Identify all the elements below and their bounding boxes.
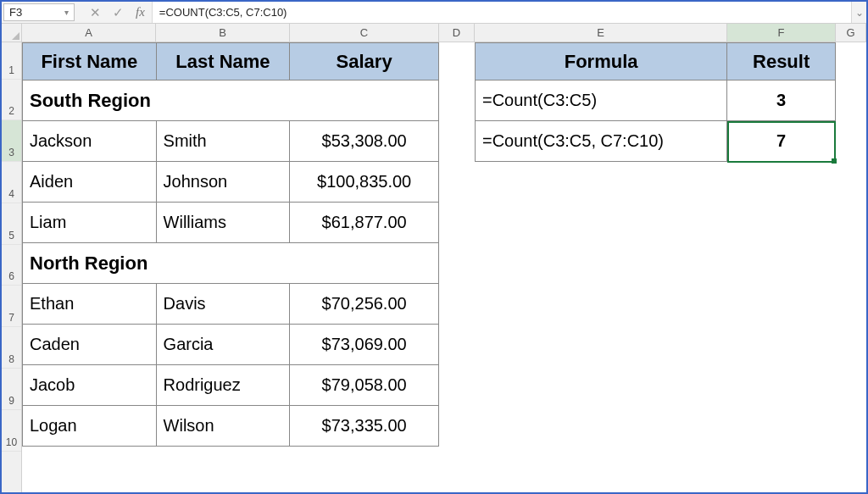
cell-salary[interactable]: $70,256.00 bbox=[290, 284, 439, 325]
column-header-g[interactable]: G bbox=[836, 24, 866, 42]
cell-first-name[interactable]: Jacob bbox=[23, 365, 157, 406]
cell-last-name[interactable]: Davis bbox=[156, 284, 290, 325]
row-header-5[interactable]: 5 bbox=[2, 203, 21, 245]
name-box-value: F3 bbox=[9, 6, 22, 19]
header-formula[interactable]: Formula bbox=[476, 43, 727, 80]
cells-area[interactable]: First Name Last Name Salary South Region… bbox=[22, 42, 866, 492]
cell-salary[interactable]: $79,058.00 bbox=[290, 365, 439, 406]
formula-bar: F3 ▾ ✕ ✓ fx =COUNT(C3:C5, C7:C10) ⌄ bbox=[2, 2, 866, 24]
cell-first-name[interactable]: Jackson bbox=[23, 121, 157, 162]
spreadsheet-grid: A B C D E F G 12345678910 First Name Las… bbox=[2, 24, 866, 492]
expand-formula-bar-icon[interactable]: ⌄ bbox=[851, 2, 866, 23]
row-header-6[interactable]: 6 bbox=[2, 245, 21, 286]
region-south-label[interactable]: South Region bbox=[23, 80, 439, 121]
cell-salary[interactable]: $73,335.00 bbox=[290, 406, 439, 447]
row-header-9[interactable]: 9 bbox=[2, 369, 21, 410]
cell-result[interactable]: 7 bbox=[727, 121, 836, 162]
fx-icon[interactable]: fx bbox=[136, 6, 145, 19]
cell-salary[interactable]: $53,308.00 bbox=[290, 121, 439, 162]
cancel-icon[interactable]: ✕ bbox=[90, 6, 101, 19]
cell-formula[interactable]: =Count(C3:C5) bbox=[476, 80, 727, 121]
chevron-down-icon[interactable]: ▾ bbox=[64, 8, 69, 17]
table-row: Ethan Davis $70,256.00 bbox=[23, 284, 439, 325]
cell-first-name[interactable]: Logan bbox=[23, 406, 157, 447]
column-header-d[interactable]: D bbox=[439, 24, 475, 42]
column-header-c[interactable]: C bbox=[290, 24, 439, 42]
formula-input[interactable]: =COUNT(C3:C5, C7:C10) bbox=[152, 2, 851, 23]
header-last-name[interactable]: Last Name bbox=[156, 43, 290, 80]
cell-salary[interactable]: $100,835.00 bbox=[290, 162, 439, 203]
column-headers: A B C D E F G bbox=[2, 24, 866, 42]
table-header-row: First Name Last Name Salary bbox=[23, 43, 439, 80]
table-row: Jacob Rodriguez $79,058.00 bbox=[23, 365, 439, 406]
cell-first-name[interactable]: Liam bbox=[23, 203, 157, 243]
formula-text: =COUNT(C3:C5, C7:C10) bbox=[159, 6, 287, 19]
row-header-10[interactable]: 10 bbox=[2, 410, 21, 452]
cell-salary[interactable]: $73,069.00 bbox=[290, 325, 439, 365]
employee-table: First Name Last Name Salary South Region… bbox=[22, 42, 439, 447]
name-box[interactable]: F3 ▾ bbox=[3, 3, 75, 21]
select-all-button[interactable] bbox=[2, 24, 22, 42]
table-row: Jackson Smith $53,308.00 bbox=[23, 121, 439, 162]
table-header-row: Formula Result bbox=[476, 43, 836, 80]
cell-first-name[interactable]: Aiden bbox=[23, 162, 157, 203]
cell-formula[interactable]: =Count(C3:C5, C7:C10) bbox=[476, 121, 727, 162]
row-header-2[interactable]: 2 bbox=[2, 80, 21, 120]
cell-last-name[interactable]: Smith bbox=[156, 121, 290, 162]
header-result[interactable]: Result bbox=[727, 43, 836, 80]
cell-first-name[interactable]: Caden bbox=[23, 325, 157, 365]
column-header-a[interactable]: A bbox=[22, 24, 156, 42]
cell-result[interactable]: 3 bbox=[727, 80, 836, 121]
cell-salary[interactable]: $61,877.00 bbox=[290, 203, 439, 243]
region-header-row: North Region bbox=[23, 243, 439, 284]
column-header-e[interactable]: E bbox=[475, 24, 727, 42]
column-header-b[interactable]: B bbox=[156, 24, 290, 42]
formula-bar-actions: ✕ ✓ fx bbox=[83, 2, 152, 23]
row-header-8[interactable]: 8 bbox=[2, 327, 21, 369]
table-row: Aiden Johnson $100,835.00 bbox=[23, 162, 439, 203]
table-row: Caden Garcia $73,069.00 bbox=[23, 325, 439, 365]
table-row: Liam Williams $61,877.00 bbox=[23, 203, 439, 243]
region-north-label[interactable]: North Region bbox=[23, 243, 439, 284]
formula-table: Formula Result =Count(C3:C5) 3 =Count(C3… bbox=[475, 42, 836, 162]
cell-first-name[interactable]: Ethan bbox=[23, 284, 157, 325]
region-header-row: South Region bbox=[23, 80, 439, 121]
row-header-7[interactable]: 7 bbox=[2, 286, 21, 327]
cell-last-name[interactable]: Wilson bbox=[156, 406, 290, 447]
row-header-3[interactable]: 3 bbox=[2, 120, 21, 162]
header-salary[interactable]: Salary bbox=[290, 43, 439, 80]
cell-last-name[interactable]: Williams bbox=[156, 203, 290, 243]
table-row: =Count(C3:C5) 3 bbox=[476, 80, 836, 121]
table-row: =Count(C3:C5, C7:C10) 7 bbox=[476, 121, 836, 162]
row-header-1[interactable]: 1 bbox=[2, 42, 21, 80]
row-headers: 12345678910 bbox=[2, 42, 22, 492]
cell-last-name[interactable]: Johnson bbox=[156, 162, 290, 203]
row-header-4[interactable]: 4 bbox=[2, 162, 21, 203]
cell-last-name[interactable]: Garcia bbox=[156, 325, 290, 365]
header-first-name[interactable]: First Name bbox=[23, 43, 157, 80]
column-header-f[interactable]: F bbox=[727, 24, 836, 42]
cell-last-name[interactable]: Rodriguez bbox=[156, 365, 290, 406]
table-row: Logan Wilson $73,335.00 bbox=[23, 406, 439, 447]
confirm-icon[interactable]: ✓ bbox=[113, 6, 124, 19]
